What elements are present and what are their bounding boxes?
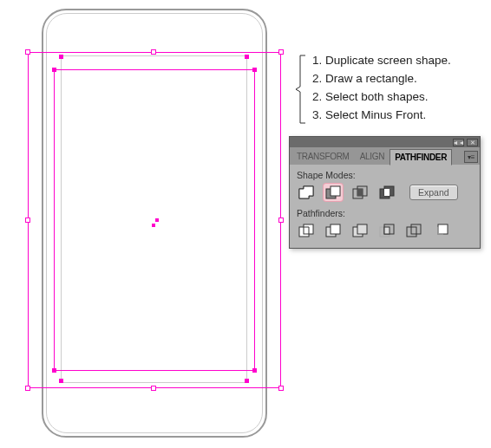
anchor-point[interactable] (252, 68, 257, 72)
selection-handle[interactable] (25, 49, 30, 55)
exclude-icon[interactable] (377, 184, 396, 201)
selection-handle[interactable] (25, 218, 30, 223)
expand-button[interactable]: Expand (409, 185, 458, 200)
panel-tabs: TRANSFORM ALIGN PATHFINDER ▾≡ (290, 147, 480, 165)
selection-handle[interactable] (151, 49, 156, 55)
anchor-point[interactable] (245, 379, 249, 383)
instruction-step: 2. Select both shapes. (312, 88, 451, 107)
annotation-bracket (295, 54, 307, 123)
pathfinders-label: Pathfinders: (297, 208, 473, 218)
selection-handle[interactable] (278, 218, 284, 223)
trim-icon[interactable] (324, 222, 343, 239)
instruction-step: 2. Draw a rectangle. (312, 70, 451, 88)
outline-icon[interactable] (404, 222, 423, 239)
selection-handle[interactable] (25, 386, 30, 391)
collapse-icon[interactable]: ◄◄ (453, 139, 464, 146)
anchor-point[interactable] (52, 68, 56, 72)
instruction-list: 1. Duplicate screen shape. 2. Draw a rec… (312, 52, 451, 125)
unite-icon[interactable] (297, 184, 316, 201)
minus-back-icon[interactable] (431, 222, 450, 239)
panel-titlebar[interactable]: ◄◄ ✕ (290, 137, 480, 147)
instruction-step: 3. Select Minus Front. (312, 107, 451, 125)
svg-rect-6 (357, 189, 363, 196)
svg-rect-17 (357, 224, 367, 234)
panel-menu-icon[interactable]: ▾≡ (464, 151, 478, 163)
selection-handle[interactable] (151, 386, 156, 391)
selection-handle[interactable] (278, 386, 284, 391)
intersect-icon[interactable] (350, 184, 370, 201)
svg-rect-20 (384, 227, 390, 234)
svg-rect-9 (384, 189, 390, 196)
tab-transform[interactable]: TRANSFORM (291, 148, 355, 165)
tab-align[interactable]: ALIGN (355, 148, 390, 165)
crop-icon[interactable] (377, 222, 396, 239)
artboard[interactable] (0, 0, 312, 448)
tab-pathfinder[interactable]: PATHFINDER (390, 149, 452, 166)
svg-rect-3 (331, 186, 340, 196)
anchor-point[interactable] (245, 55, 249, 59)
anchor-point[interactable] (252, 368, 257, 373)
minus-front-icon[interactable] (324, 184, 343, 201)
svg-rect-23 (438, 224, 448, 234)
anchor-point[interactable] (59, 55, 63, 59)
selected-rectangle[interactable] (54, 69, 255, 371)
selection-handle[interactable] (278, 49, 284, 55)
anchor-point[interactable] (52, 368, 56, 373)
shape-modes-label: Shape Modes: (297, 170, 473, 180)
svg-rect-15 (331, 224, 340, 234)
pathfinder-panel[interactable]: ◄◄ ✕ TRANSFORM ALIGN PATHFINDER ▾≡ Shape… (289, 136, 481, 249)
divide-icon[interactable] (297, 222, 316, 239)
close-icon[interactable]: ✕ (467, 139, 478, 146)
merge-icon[interactable] (350, 222, 370, 239)
instruction-step: 1. Duplicate screen shape. (312, 52, 451, 70)
anchor-point[interactable] (59, 379, 63, 383)
